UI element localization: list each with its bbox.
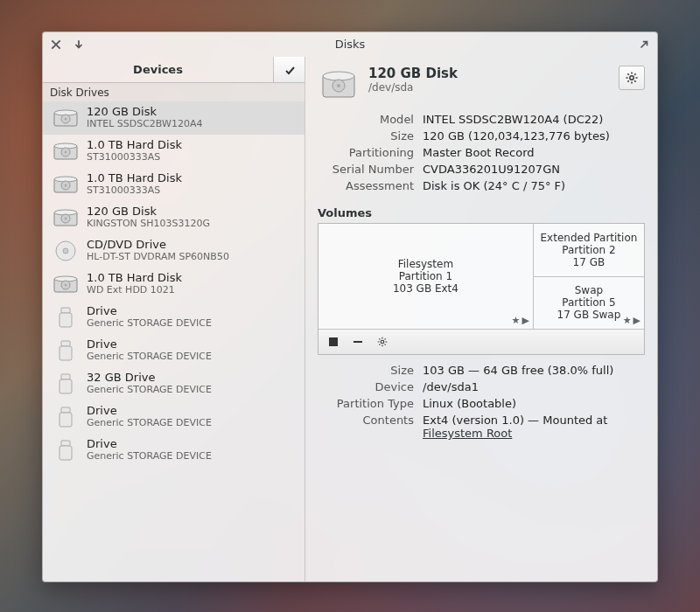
label-assessment: Assessment <box>318 179 414 192</box>
play-icon: ▶ <box>634 315 640 326</box>
hdd-icon <box>52 272 80 296</box>
device-row[interactable]: DriveGeneric STORAGE DEVICE <box>43 334 304 367</box>
device-sub: HL-DT-ST DVDRAM SP60NB50 <box>87 252 229 263</box>
edit-devices-button[interactable] <box>273 57 304 82</box>
device-label: CD/DVD DriveHL-DT-ST DVDRAM SP60NB50 <box>87 239 229 263</box>
disk-path: /dev/sda <box>368 81 610 94</box>
device-sub: Generic STORAGE DEVICE <box>87 418 212 429</box>
device-row[interactable]: 120 GB DiskKINGSTON SH103S3120G <box>43 201 304 234</box>
label-size: Size <box>318 129 414 143</box>
svg-point-39 <box>381 340 384 344</box>
partition-5-size: 17 GB Swap <box>557 309 621 321</box>
device-name: Drive <box>87 338 212 351</box>
usb-icon <box>52 438 80 462</box>
sidebar-title: Devices <box>43 57 273 82</box>
device-sub: Generic STORAGE DEVICE <box>87 318 212 330</box>
device-name: Drive <box>87 405 212 418</box>
device-row[interactable]: CD/DVD DriveHL-DT-ST DVDRAM SP60NB50 <box>43 234 304 268</box>
svg-rect-31 <box>60 446 72 460</box>
disk-menu-button[interactable] <box>619 66 645 90</box>
svg-point-21 <box>65 284 67 287</box>
svg-rect-38 <box>354 341 362 343</box>
volume-toolbar <box>318 329 644 354</box>
device-label: 1.0 TB Hard DiskWD Ext HDD 1021 <box>87 272 182 296</box>
label-device: Device <box>318 380 414 393</box>
value-model: INTEL SSDSC2BW120A4 (DC22) <box>423 113 645 126</box>
close-button[interactable] <box>48 37 64 52</box>
partition-2[interactable]: Extended Partition Partition 2 17 GB <box>534 224 644 277</box>
svg-point-3 <box>65 118 67 121</box>
value-size: 120 GB (120,034,123,776 bytes) <box>423 129 645 143</box>
partition-1[interactable]: Filesystem Partition 1 103 GB Ext4 ★▶ <box>318 224 534 329</box>
device-row[interactable]: DriveGeneric STORAGE DEVICE <box>43 301 304 334</box>
device-list: 120 GB DiskINTEL SSDSC2BW120A41.0 TB Har… <box>43 101 304 581</box>
partition-5-title: Swap <box>575 284 603 296</box>
partition-info: Size 103 GB — 64 GB free (38.0% full) De… <box>318 364 645 440</box>
disk-info: Model INTEL SSDSC2BW120A4 (DC22) Size 12… <box>318 113 645 192</box>
label-ptype: Partition Type <box>318 397 414 410</box>
value-contents: Ext4 (version 1.0) — Mounted at Filesyst… <box>423 414 645 440</box>
usb-icon <box>52 338 80 363</box>
device-label: DriveGeneric STORAGE DEVICE <box>87 405 212 429</box>
optical-icon <box>52 239 80 263</box>
svg-point-36 <box>630 76 634 80</box>
content: Devices Disk Drives 120 GB DiskINTEL SSD… <box>43 57 657 581</box>
svg-rect-30 <box>61 441 70 446</box>
device-name: Drive <box>87 305 212 318</box>
device-sub: Generic STORAGE DEVICE <box>87 451 212 462</box>
minimize-button[interactable] <box>71 37 87 52</box>
value-assessment: Disk is OK (24° C / 75° F) <box>423 179 645 192</box>
star-icon: ★ <box>623 315 632 326</box>
svg-rect-26 <box>61 374 70 379</box>
device-row[interactable]: 120 GB DiskINTEL SSDSC2BW120A4 <box>43 101 304 135</box>
volumes-heading: Volumes <box>318 206 645 219</box>
device-label: DriveGeneric STORAGE DEVICE <box>87 338 212 363</box>
sidebar-header: Devices <box>43 57 304 83</box>
device-sub: ST31000333AS <box>87 152 182 163</box>
hdd-icon <box>52 205 80 230</box>
device-row[interactable]: 1.0 TB Hard DiskST31000333AS <box>43 135 304 168</box>
device-row[interactable]: 1.0 TB Hard DiskST31000333AS <box>43 168 304 201</box>
device-row[interactable]: DriveGeneric STORAGE DEVICE <box>43 400 304 434</box>
value-partitioning: Master Boot Record <box>423 146 645 159</box>
star-icon: ★ <box>512 315 521 326</box>
device-label: 32 GB DriveGeneric STORAGE DEVICE <box>87 372 212 396</box>
device-sub: KINGSTON SH103S3120G <box>87 219 210 230</box>
device-label: 120 GB DiskINTEL SSDSC2BW120A4 <box>87 106 202 130</box>
value-part-size: 103 GB — 64 GB free (38.0% full) <box>423 364 645 377</box>
volumes-box: Filesystem Partition 1 103 GB Ext4 ★▶ Ex… <box>318 223 645 355</box>
value-ptype: Linux (Bootable) <box>423 397 645 410</box>
device-sub: WD Ext HDD 1021 <box>87 285 182 296</box>
device-name: 1.0 TB Hard Disk <box>87 172 182 185</box>
maximize-button[interactable] <box>636 37 652 52</box>
mount-point-link[interactable]: Filesystem Root <box>423 427 512 440</box>
device-name: 1.0 TB Hard Disk <box>87 139 182 152</box>
svg-rect-29 <box>60 413 72 427</box>
device-name: 120 GB Disk <box>87 205 210 219</box>
detail-pane: 120 GB Disk /dev/sda Model INTEL SSDSC2B… <box>305 57 657 581</box>
svg-point-35 <box>337 84 340 87</box>
device-row[interactable]: 1.0 TB Hard DiskWD Ext HDD 1021 <box>43 268 304 301</box>
usb-icon <box>52 305 80 330</box>
device-name: 1.0 TB Hard Disk <box>87 272 182 285</box>
label-partitioning: Partitioning <box>318 146 414 159</box>
delete-partition-button[interactable] <box>350 334 366 350</box>
partition-1-title: Filesystem <box>398 258 453 270</box>
svg-rect-25 <box>60 346 72 360</box>
stop-button[interactable] <box>326 334 341 350</box>
partition-2-title: Extended Partition <box>541 232 638 244</box>
device-row[interactable]: DriveGeneric STORAGE DEVICE <box>43 434 304 467</box>
svg-rect-23 <box>60 313 72 327</box>
section-disk-drives: Disk Drives <box>43 83 304 101</box>
disk-icon <box>318 66 360 104</box>
device-sub: ST31000333AS <box>87 185 182 197</box>
titlebar: Disks <box>43 32 657 57</box>
device-label: 1.0 TB Hard DiskST31000333AS <box>87 139 182 163</box>
device-row[interactable]: 32 GB DriveGeneric STORAGE DEVICE <box>43 367 304 400</box>
partition-menu-button[interactable] <box>374 334 390 350</box>
device-label: DriveGeneric STORAGE DEVICE <box>87 305 212 330</box>
device-label: 120 GB DiskKINGSTON SH103S3120G <box>87 205 210 230</box>
partition-5[interactable]: Swap Partition 5 17 GB Swap ★▶ <box>534 277 644 330</box>
partition-1-sub: Partition 1 <box>399 270 452 282</box>
device-sub: Generic STORAGE DEVICE <box>87 351 212 363</box>
